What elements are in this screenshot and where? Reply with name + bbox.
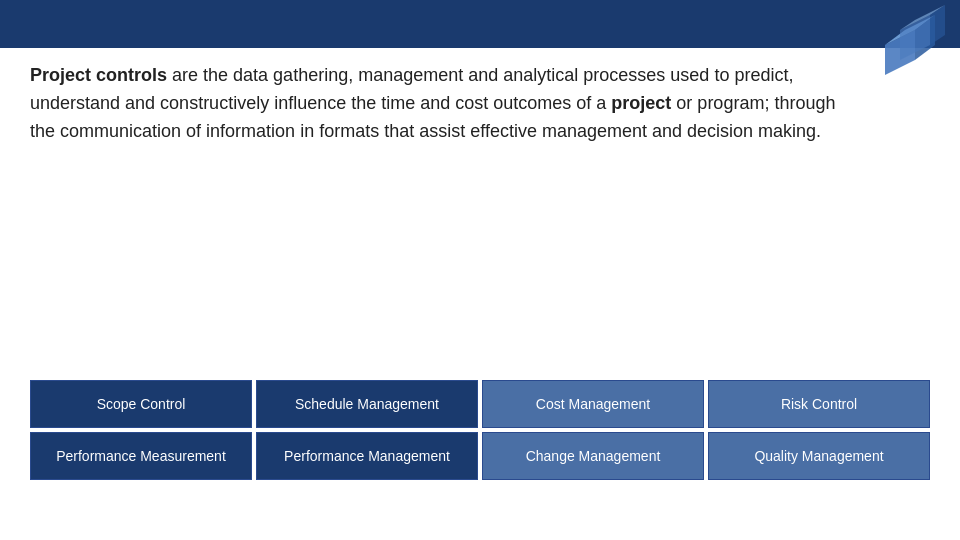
risk-control-label: Risk Control <box>781 396 857 412</box>
performance-management-label: Performance Management <box>284 448 450 464</box>
box-change-management: Change Management <box>482 432 704 480</box>
box-cost-management: Cost Management <box>482 380 704 428</box>
change-management-label: Change Management <box>526 448 661 464</box>
box-risk-control: Risk Control <box>708 380 930 428</box>
text-project-controls-bold: Project controls <box>30 65 167 85</box>
text-project-bold: project <box>611 93 671 113</box>
box-scope-control: Scope Control <box>30 380 252 428</box>
page: Project controls are the data gathering,… <box>0 0 960 540</box>
box-quality-management: Quality Management <box>708 432 930 480</box>
top-banner <box>0 0 960 48</box>
quality-management-label: Quality Management <box>754 448 883 464</box>
cost-management-label: Cost Management <box>536 396 650 412</box>
box-performance-measurement: Performance Measurement <box>30 432 252 480</box>
cube-logo <box>860 0 950 90</box>
main-paragraph: Project controls are the data gathering,… <box>30 62 850 146</box>
box-schedule-management: Schedule Management <box>256 380 478 428</box>
schedule-management-label: Schedule Management <box>295 396 439 412</box>
svg-marker-5 <box>930 5 945 45</box>
performance-measurement-label: Performance Measurement <box>56 448 226 464</box>
box-performance-management: Performance Management <box>256 432 478 480</box>
scope-control-label: Scope Control <box>97 396 186 412</box>
boxes-grid: Scope Control Schedule Management Cost M… <box>30 380 930 480</box>
